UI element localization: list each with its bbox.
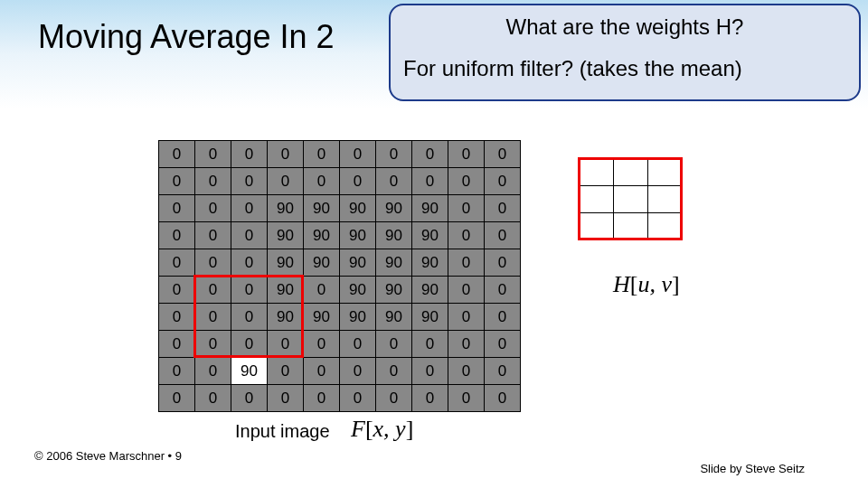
matrix-cell: 0 bbox=[340, 141, 376, 168]
kernel-cell bbox=[648, 213, 683, 240]
matrix-cell: 0 bbox=[485, 168, 521, 195]
matrix-cell: 0 bbox=[268, 358, 304, 385]
matrix-cell: 90 bbox=[376, 249, 412, 277]
matrix-cell: 0 bbox=[376, 358, 412, 385]
matrix-cell: 0 bbox=[195, 249, 231, 277]
matrix-cell: 0 bbox=[159, 249, 195, 277]
kernel-cell bbox=[614, 159, 648, 186]
matrix-cell: 0 bbox=[195, 385, 231, 412]
matrix-cell: 0 bbox=[159, 304, 195, 331]
matrix-cell: 0 bbox=[304, 168, 340, 195]
matrix-cell: 0 bbox=[159, 222, 195, 249]
matrix-cell: 0 bbox=[195, 358, 231, 385]
matrix-cell: 90 bbox=[412, 195, 448, 222]
matrix-cell: 0 bbox=[231, 331, 268, 358]
matrix-cell: 90 bbox=[268, 222, 304, 249]
matrix-cell: 0 bbox=[412, 141, 448, 168]
matrix-cell: 90 bbox=[304, 304, 340, 331]
footer-left: © 2006 Steve Marschner • 9 bbox=[34, 449, 182, 463]
matrix-cell: 90 bbox=[340, 222, 376, 249]
matrix-cell: 0 bbox=[340, 358, 376, 385]
matrix-cell: 0 bbox=[231, 195, 268, 222]
matrix-cell: 0 bbox=[159, 385, 195, 412]
matrix-cell: 0 bbox=[485, 222, 521, 249]
matrix-cell: 90 bbox=[340, 195, 376, 222]
matrix-cell: 0 bbox=[231, 222, 268, 249]
h-formula: H[u, v] bbox=[613, 271, 680, 298]
matrix-cell: 0 bbox=[268, 168, 304, 195]
matrix-cell: 90 bbox=[268, 277, 304, 304]
matrix-cell: 0 bbox=[304, 277, 340, 304]
matrix-cell: 0 bbox=[159, 277, 195, 304]
matrix-cell: 90 bbox=[412, 249, 448, 277]
matrix-cell: 0 bbox=[195, 168, 231, 195]
f-open: [ bbox=[365, 416, 373, 442]
matrix-cell: 0 bbox=[485, 358, 521, 385]
matrix-cell: 0 bbox=[448, 249, 485, 277]
matrix-cell: 0 bbox=[159, 358, 195, 385]
matrix-cell: 90 bbox=[268, 195, 304, 222]
matrix-cell: 0 bbox=[195, 277, 231, 304]
matrix-cell: 0 bbox=[340, 385, 376, 412]
matrix-cell: 0 bbox=[268, 385, 304, 412]
matrix-cell: 0 bbox=[304, 141, 340, 168]
h-close: ] bbox=[672, 271, 680, 297]
matrix-cell: 0 bbox=[448, 304, 485, 331]
kernel-grid bbox=[579, 158, 683, 240]
matrix-cell: 0 bbox=[304, 358, 340, 385]
matrix-cell: 0 bbox=[159, 141, 195, 168]
matrix-cell: 0 bbox=[412, 358, 448, 385]
matrix-cell: 90 bbox=[412, 304, 448, 331]
callout-line2: For uniform filter? (takes the mean) bbox=[403, 56, 846, 81]
matrix-cell: 90 bbox=[340, 277, 376, 304]
matrix-cell: 0 bbox=[159, 168, 195, 195]
matrix-cell: 0 bbox=[231, 168, 268, 195]
matrix-cell: 0 bbox=[195, 331, 231, 358]
matrix-cell: 0 bbox=[448, 222, 485, 249]
matrix-cell: 0 bbox=[231, 277, 268, 304]
kernel-cell bbox=[614, 213, 648, 240]
matrix-cell: 90 bbox=[412, 222, 448, 249]
matrix-cell: 0 bbox=[376, 385, 412, 412]
slide-root: Moving Average In 2 What are the weights… bbox=[0, 0, 868, 488]
matrix-cell: 0 bbox=[231, 385, 268, 412]
matrix-cell: 0 bbox=[159, 331, 195, 358]
matrix-cell: 0 bbox=[448, 168, 485, 195]
kernel-cell bbox=[580, 159, 614, 186]
input-image-label: Input image bbox=[235, 421, 330, 442]
matrix-cell: 0 bbox=[485, 331, 521, 358]
matrix-cell: 90 bbox=[304, 249, 340, 277]
matrix-cell: 0 bbox=[485, 249, 521, 277]
kernel-cell bbox=[648, 186, 683, 213]
input-matrix: 0000000000000000000000090909090900000090… bbox=[158, 140, 521, 412]
matrix-cell: 90 bbox=[268, 304, 304, 331]
matrix-cell: 0 bbox=[231, 141, 268, 168]
f-close: ] bbox=[406, 416, 414, 442]
matrix-cell: 0 bbox=[268, 141, 304, 168]
matrix-cell: 0 bbox=[195, 141, 231, 168]
matrix-cell: 90 bbox=[412, 277, 448, 304]
matrix-cell: 0 bbox=[231, 304, 268, 331]
matrix-cell: 0 bbox=[412, 385, 448, 412]
matrix-cell: 0 bbox=[448, 195, 485, 222]
matrix-cell: 90 bbox=[340, 304, 376, 331]
matrix-cell: 90 bbox=[376, 222, 412, 249]
matrix-cell: 0 bbox=[448, 331, 485, 358]
matrix-cell: 0 bbox=[195, 304, 231, 331]
callout-line1: What are the weights H? bbox=[403, 14, 846, 40]
matrix-cell: 0 bbox=[159, 195, 195, 222]
matrix-cell: 0 bbox=[231, 249, 268, 277]
matrix-cell: 90 bbox=[376, 195, 412, 222]
f-symbol: F bbox=[351, 416, 365, 442]
kernel-cell bbox=[580, 186, 614, 213]
h-args: u, v bbox=[637, 271, 672, 297]
matrix-cell: 0 bbox=[448, 385, 485, 412]
matrix-cell: 90 bbox=[231, 358, 268, 385]
f-formula: F[x, y] bbox=[351, 416, 413, 443]
matrix-cell: 0 bbox=[448, 141, 485, 168]
matrix-cell: 90 bbox=[376, 277, 412, 304]
footer-right: Slide by Steve Seitz bbox=[700, 462, 805, 475]
callout-box: What are the weights H? For uniform filt… bbox=[389, 4, 861, 101]
matrix-cell: 0 bbox=[195, 222, 231, 249]
f-args: x, y bbox=[373, 416, 406, 442]
